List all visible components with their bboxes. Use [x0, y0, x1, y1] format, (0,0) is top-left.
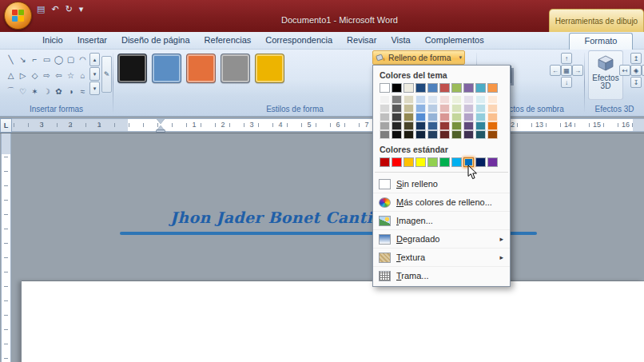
color-swatch[interactable] — [463, 95, 474, 104]
color-swatch[interactable] — [380, 113, 390, 121]
color-swatch[interactable] — [380, 83, 390, 93]
shape-icon[interactable]: ▢ — [65, 51, 77, 67]
menu-item-textura[interactable]: Textura▸ — [373, 248, 510, 266]
shape-style-preset-1[interactable] — [117, 54, 147, 83]
color-swatch[interactable] — [380, 130, 390, 139]
color-swatch[interactable] — [427, 113, 438, 121]
color-swatch[interactable] — [392, 83, 402, 93]
shape-icon[interactable]: ▭ — [41, 51, 53, 67]
color-swatch[interactable] — [427, 121, 438, 130]
color-swatch[interactable] — [392, 121, 402, 130]
color-swatch[interactable] — [403, 157, 414, 167]
color-swatch[interactable] — [463, 104, 474, 113]
toggle-shadow-button[interactable]: ▦ — [561, 65, 572, 76]
color-swatch[interactable] — [451, 113, 462, 121]
color-swatch[interactable] — [403, 104, 414, 113]
shape-icon[interactable]: ☆ — [65, 67, 77, 83]
color-swatch[interactable] — [451, 83, 462, 93]
shape-icon[interactable]: ✶ — [29, 83, 41, 99]
shape-icon[interactable]: ⇨ — [41, 67, 53, 83]
color-swatch[interactable] — [403, 95, 414, 104]
color-swatch[interactable] — [451, 157, 462, 167]
color-swatch[interactable] — [439, 130, 450, 139]
scroll-more-icon[interactable]: ▾ — [89, 82, 100, 95]
menu-item-imagen[interactable]: Imagen... — [373, 211, 510, 229]
color-swatch[interactable] — [415, 95, 426, 104]
color-swatch[interactable] — [427, 104, 438, 113]
color-swatch[interactable] — [392, 113, 402, 121]
menu-item-sin-relleno[interactable]: Sin relleno — [373, 175, 510, 193]
tab-revisar[interactable]: Revisar — [340, 32, 384, 50]
edit-shape-button[interactable]: ✎ — [101, 56, 112, 93]
shape-icon[interactable]: ◇ — [29, 67, 41, 83]
shape-icon[interactable]: ⇦ — [53, 67, 65, 83]
tab-insertar[interactable]: Insertar — [70, 32, 114, 50]
color-swatch[interactable] — [380, 95, 390, 104]
color-swatch[interactable] — [451, 104, 462, 113]
color-swatch[interactable] — [475, 130, 486, 139]
document-heading[interactable]: Jhon Jader Bonet Cantillo — [170, 209, 395, 226]
color-swatch[interactable] — [475, 121, 486, 130]
shape-style-preset-2[interactable] — [152, 54, 181, 83]
shape-style-preset-3[interactable] — [186, 54, 216, 83]
shape-icon[interactable]: ≈ — [77, 83, 89, 99]
tilt-3d-up-button[interactable]: ↥ — [630, 53, 642, 64]
color-swatch[interactable] — [380, 157, 390, 167]
color-swatch[interactable] — [392, 95, 402, 104]
shape-fill-button[interactable]: Relleno de forma ▾ — [372, 50, 465, 65]
nudge-shadow-down-button[interactable]: ↓ — [561, 77, 572, 88]
shape-icon[interactable]: △ — [5, 67, 17, 83]
color-swatch[interactable] — [415, 157, 426, 167]
tilt-3d-down-button[interactable]: ↧ — [630, 77, 642, 88]
color-swatch[interactable] — [463, 130, 474, 139]
color-swatch[interactable] — [392, 130, 402, 139]
menu-item-degradado[interactable]: Degradado▸ — [373, 229, 510, 248]
first-line-indent-marker[interactable] — [157, 119, 165, 124]
color-swatch[interactable] — [463, 113, 474, 121]
color-swatch[interactable] — [487, 121, 498, 130]
tab-diseño-de-página[interactable]: Diseño de página — [114, 32, 197, 50]
tab-formato[interactable]: Formato — [569, 33, 633, 50]
color-swatch[interactable] — [451, 130, 462, 139]
color-swatch[interactable] — [427, 83, 438, 93]
color-swatch[interactable] — [403, 121, 414, 130]
shape-icon[interactable]: ◯ — [53, 51, 65, 67]
color-swatch[interactable] — [439, 95, 450, 104]
color-swatch[interactable] — [487, 130, 498, 139]
color-swatch[interactable] — [392, 157, 402, 167]
color-swatch[interactable] — [463, 83, 474, 93]
nudge-shadow-right-button[interactable]: → — [572, 65, 583, 76]
color-swatch[interactable] — [463, 121, 474, 130]
shape-icon[interactable]: ▷ — [17, 67, 29, 83]
shape-icon[interactable]: ✿ — [53, 83, 65, 99]
color-swatch[interactable] — [487, 95, 498, 104]
menu-item-trama[interactable]: Trama... — [373, 266, 510, 284]
shape-style-preset-5[interactable] — [255, 54, 284, 83]
color-swatch[interactable] — [451, 121, 462, 130]
tab-correspondencia[interactable]: Correspondencia — [258, 32, 340, 50]
color-swatch[interactable] — [487, 83, 498, 93]
shape-icon[interactable]: ⌐ — [29, 51, 41, 67]
color-swatch[interactable] — [439, 83, 450, 93]
tab-stop-selector[interactable]: L — [0, 118, 12, 133]
color-swatch[interactable] — [415, 121, 426, 130]
color-swatch[interactable] — [475, 83, 486, 93]
color-swatch[interactable] — [415, 83, 426, 93]
color-swatch[interactable] — [415, 104, 426, 113]
shape-icon[interactable]: ↘ — [17, 51, 29, 67]
shape-icon[interactable]: ⌒ — [5, 83, 17, 99]
tab-complementos[interactable]: Complementos — [418, 32, 491, 50]
office-button[interactable] — [4, 2, 32, 30]
color-swatch[interactable] — [439, 104, 450, 113]
shape-icon[interactable]: ⌂ — [77, 67, 89, 83]
shape-icon[interactable]: ♡ — [17, 83, 29, 99]
color-swatch[interactable] — [487, 113, 498, 121]
tab-inicio[interactable]: Inicio — [35, 32, 70, 50]
nudge-shadow-up-button[interactable]: ↑ — [561, 53, 572, 64]
document-page[interactable] — [22, 281, 644, 362]
color-swatch[interactable] — [403, 130, 414, 139]
scroll-down-icon[interactable]: ▾ — [89, 67, 100, 81]
shape-icon[interactable]: ◠ — [77, 51, 89, 67]
effects-3d-button[interactable]: Efectos 3D — [588, 50, 623, 100]
color-swatch[interactable] — [475, 95, 486, 104]
